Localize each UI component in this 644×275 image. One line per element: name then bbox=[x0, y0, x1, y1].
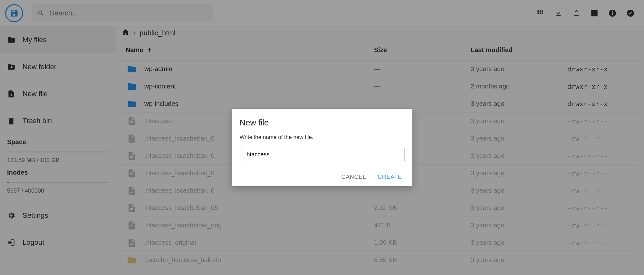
cancel-button[interactable]: CANCEL bbox=[341, 174, 366, 180]
dialog-prompt: Write the name of the new file. bbox=[240, 134, 405, 141]
new-file-dialog: New file Write the name of the new file.… bbox=[232, 109, 412, 186]
filename-input[interactable] bbox=[240, 147, 405, 162]
create-button[interactable]: CREATE bbox=[378, 174, 402, 180]
dialog-title: New file bbox=[240, 118, 405, 128]
modal-overlay[interactable]: New file Write the name of the new file.… bbox=[0, 0, 644, 275]
